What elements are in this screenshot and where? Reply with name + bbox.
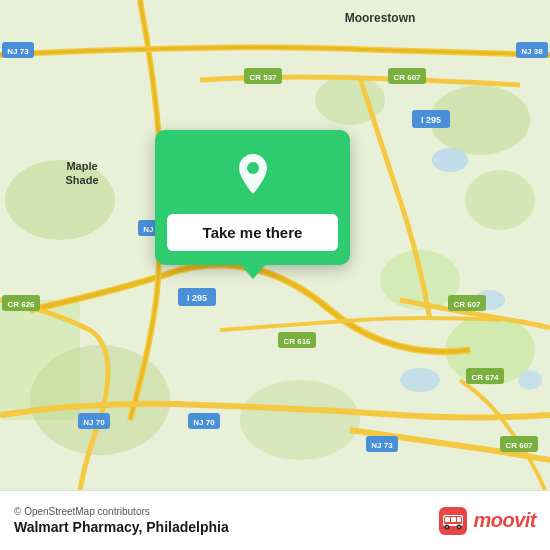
moovit-logo: moovit (439, 507, 536, 535)
svg-text:NJ 38: NJ 38 (521, 47, 543, 56)
bottom-bar: © OpenStreetMap contributors Walmart Pha… (0, 490, 550, 550)
svg-point-7 (240, 380, 360, 460)
svg-text:Moorestown: Moorestown (345, 11, 416, 25)
svg-text:CR 626: CR 626 (7, 300, 35, 309)
popup-card[interactable]: Take me there (155, 130, 350, 265)
svg-text:NJ 73: NJ 73 (371, 441, 393, 450)
svg-text:CR 607: CR 607 (505, 441, 533, 450)
location-pin-icon (229, 150, 277, 198)
map-container: I 295 I 295 NJ 73 NJ 38 CR 537 CR 607 CR… (0, 0, 550, 490)
svg-point-47 (247, 162, 259, 174)
svg-rect-52 (451, 517, 456, 522)
svg-text:I 295: I 295 (421, 115, 441, 125)
svg-text:CR 674: CR 674 (471, 373, 499, 382)
svg-point-9 (465, 170, 535, 230)
svg-text:Maple: Maple (66, 160, 97, 172)
svg-point-10 (432, 148, 468, 172)
moovit-bus-icon (439, 507, 467, 535)
location-label: Walmart Pharmacy, Philadelphia (14, 519, 229, 535)
svg-text:CR 607: CR 607 (453, 300, 481, 309)
take-me-there-button[interactable]: Take me there (167, 214, 338, 251)
svg-rect-51 (445, 517, 450, 522)
svg-text:NJ 70: NJ 70 (83, 418, 105, 427)
svg-point-55 (446, 526, 448, 528)
svg-point-57 (458, 526, 460, 528)
svg-point-1 (5, 160, 115, 240)
svg-text:Shade: Shade (65, 174, 98, 186)
svg-text:I 295: I 295 (187, 293, 207, 303)
svg-text:NJ 70: NJ 70 (193, 418, 215, 427)
moovit-text: moovit (473, 509, 536, 532)
svg-rect-53 (457, 517, 461, 522)
location-icon-wrapper (227, 148, 279, 200)
svg-text:CR 607: CR 607 (393, 73, 421, 82)
svg-point-13 (518, 370, 542, 390)
bottom-left: © OpenStreetMap contributors Walmart Pha… (14, 506, 229, 535)
osm-credit: © OpenStreetMap contributors (14, 506, 229, 517)
svg-text:CR 537: CR 537 (249, 73, 277, 82)
svg-point-12 (400, 368, 440, 392)
svg-text:CR 616: CR 616 (283, 337, 311, 346)
svg-point-6 (30, 345, 170, 455)
svg-text:NJ 73: NJ 73 (7, 47, 29, 56)
